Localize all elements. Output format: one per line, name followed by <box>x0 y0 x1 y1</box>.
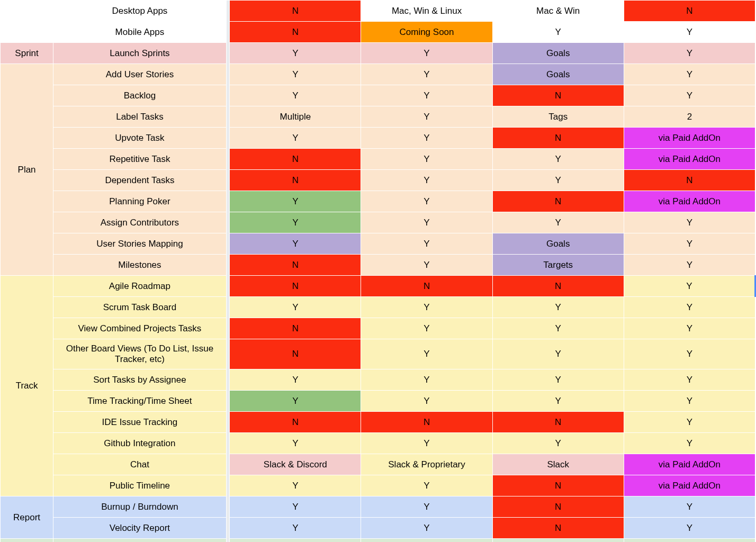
value-cell: Y <box>361 170 492 191</box>
feature-cell: Launch Sprints <box>53 43 227 64</box>
table-row: IDE Issue TrackingNNNY <box>1 412 755 433</box>
table-row: SprintLaunch SprintsYYGoalsY <box>1 43 755 64</box>
value-cell: Y <box>492 318 624 339</box>
table-row: PlanAdd User StoriesYYGoalsY <box>1 64 755 85</box>
feature-cell: Milestones <box>53 255 227 276</box>
value-cell: Y <box>361 318 492 339</box>
value-cell: Y <box>230 128 361 149</box>
value-cell: Tags <box>492 106 624 128</box>
value-cell: Y <box>492 369 624 391</box>
value-cell: N <box>492 518 624 539</box>
table-row: TrackAgile RoadmapNNNY <box>1 276 755 297</box>
value-cell: Y <box>230 233 361 255</box>
value-cell: Y <box>624 496 755 518</box>
value-cell: Y <box>624 297 755 318</box>
table-row: User Stories MappingYYGoalsY <box>1 233 755 255</box>
value-cell: Y <box>624 412 755 433</box>
value-cell: Y <box>230 64 361 85</box>
value-cell: Y <box>361 255 492 276</box>
value-cell: N <box>624 1 755 22</box>
value-cell: Y <box>230 85 361 106</box>
feature-cell: User Stories Mapping <box>53 233 227 255</box>
value-cell: N <box>492 412 624 433</box>
value-cell: N <box>230 412 361 433</box>
value-cell: Y <box>361 191 492 212</box>
value-cell: Y <box>361 475 492 496</box>
value-cell: Y <box>361 433 492 454</box>
table-row: BacklogYYNY <box>1 85 755 106</box>
feature-cell: Add User Stories <box>53 64 227 85</box>
value-cell: Native, Google Drive & Dropbox <box>492 539 624 543</box>
category-cell: Track <box>1 276 53 496</box>
table-row: Planning PokerYYNvia Paid AddOn <box>1 191 755 212</box>
category-cell: Others <box>1 539 53 543</box>
feature-cell: Dependent Tasks <box>53 170 227 191</box>
value-cell: Y <box>492 433 624 454</box>
feature-cell: View Combined Projects Tasks <box>53 318 227 339</box>
value-cell: N <box>492 85 624 106</box>
value-cell: Y <box>230 539 361 543</box>
value-cell: Y <box>230 475 361 496</box>
value-cell: Y <box>624 22 755 43</box>
value-cell: Y <box>361 85 492 106</box>
feature-cell: Public Timeline <box>53 475 227 496</box>
value-cell: Y <box>230 43 361 64</box>
table-row: Desktop AppsNMac, Win & LinuxMac & WinN <box>1 1 755 22</box>
value-cell: Y <box>624 64 755 85</box>
value-cell: N <box>361 412 492 433</box>
value-cell: Y <box>230 433 361 454</box>
feature-cell: Desktop Apps <box>53 1 227 22</box>
value-cell: Y <box>361 339 492 369</box>
feature-cell: Other Board Views (To Do List, Issue Tra… <box>53 339 227 369</box>
value-cell: Y <box>624 518 755 539</box>
value-cell: Y <box>492 22 624 43</box>
category-cell <box>1 1 53 43</box>
value-cell: Y <box>361 43 492 64</box>
feature-cell: Burnup / Burndown <box>53 496 227 518</box>
value-cell: Slack & Discord <box>230 454 361 475</box>
table-row: Assign ContributorsYYYY <box>1 212 755 233</box>
value-cell: via Paid AddOn <box>624 149 755 170</box>
value-cell: via Paid AddOn <box>624 475 755 496</box>
category-cell: Sprint <box>1 43 53 64</box>
category-cell: Report <box>1 496 53 539</box>
value-cell: Y <box>492 170 624 191</box>
table-row: Time Tracking/Time SheetYYYY <box>1 391 755 412</box>
value-cell: Multiple <box>230 106 361 128</box>
value-cell: Y <box>361 64 492 85</box>
feature-cell: Sort Tasks by Assignee <box>53 369 227 391</box>
feature-cell: Planning Poker <box>53 191 227 212</box>
feature-cell: IDE Issue Tracking <box>53 412 227 433</box>
value-cell: N <box>492 191 624 212</box>
table-row: Label TasksMultipleYTags2 <box>1 106 755 128</box>
value-cell: Y <box>624 276 755 297</box>
value-cell: Slack <box>492 454 624 475</box>
value-cell: N <box>230 149 361 170</box>
table-row: MilestonesNYTargetsY <box>1 255 755 276</box>
value-cell: Y <box>230 496 361 518</box>
value-cell: Y <box>624 233 755 255</box>
value-cell: Y <box>361 128 492 149</box>
value-cell: Goals <box>492 43 624 64</box>
table-row: Scrum Task BoardYYYY <box>1 297 755 318</box>
value-cell: Y <box>361 297 492 318</box>
table-row: Repetitive TaskNYYvia Paid AddOn <box>1 149 755 170</box>
value-cell: Slack & Proprietary <box>361 454 492 475</box>
value-cell: Y <box>624 339 755 369</box>
value-cell: Y <box>361 496 492 518</box>
feature-cell: Label Tasks <box>53 106 227 128</box>
value-cell: N <box>492 496 624 518</box>
value-cell: via Paid AddOn <box>624 454 755 475</box>
value-cell: N <box>492 276 624 297</box>
value-cell: N <box>230 170 361 191</box>
value-cell: Coming Soon <box>361 22 492 43</box>
feature-cell: Mobile Apps <box>53 22 227 43</box>
value-cell: N <box>624 170 755 191</box>
value-cell: Y <box>624 433 755 454</box>
feature-comparison-table: Desktop AppsNMac, Win & LinuxMac & WinNM… <box>0 0 756 542</box>
feature-cell: Github Integration <box>53 433 227 454</box>
category-cell: Plan <box>1 64 53 276</box>
table-row: View Combined Projects TasksNYYY <box>1 318 755 339</box>
value-cell: N <box>230 22 361 43</box>
feature-cell: Backlog <box>53 85 227 106</box>
